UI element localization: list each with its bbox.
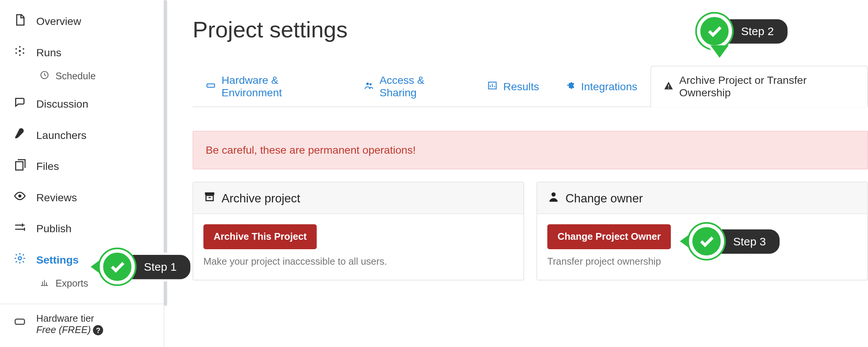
- svg-point-1: [15, 48, 17, 49]
- svg-point-13: [208, 85, 209, 86]
- change-owner-button[interactable]: Change Project Owner: [547, 224, 671, 249]
- archive-desc: Make your project inaccessible to all us…: [204, 256, 514, 267]
- tab-label: Results: [503, 80, 539, 93]
- sidebar-sub-label: Exports: [56, 278, 88, 290]
- archive-project-button[interactable]: Archive This Project: [204, 224, 317, 249]
- sidebar-sub-schedule[interactable]: Schedule: [0, 68, 164, 88]
- tab-label: Hardware & Environment: [222, 74, 338, 99]
- svg-point-5: [19, 46, 20, 48]
- sidebar-item-label: Reviews: [36, 191, 77, 204]
- tab-results[interactable]: Results: [474, 66, 552, 107]
- sidebar-item-label: Launchers: [36, 129, 86, 141]
- svg-point-9: [18, 194, 21, 197]
- card-title: Archive project: [222, 191, 300, 205]
- tab-label: Integrations: [581, 80, 637, 93]
- puzzle-icon: [565, 80, 575, 93]
- sidebar: Overview Runs Schedule Discussion Launch…: [0, 0, 164, 347]
- publish-icon: [11, 221, 28, 236]
- tab-integrations[interactable]: Integrations: [552, 66, 650, 107]
- tabs: Hardware & Environment Access & Sharing …: [193, 65, 868, 107]
- svg-point-6: [19, 54, 20, 56]
- archive-icon: [204, 190, 216, 206]
- svg-rect-12: [207, 83, 215, 87]
- user-icon: [547, 190, 560, 206]
- archive-card: Archive project Archive This Project Mak…: [193, 182, 524, 281]
- sidebar-item-publish[interactable]: Publish: [0, 213, 164, 244]
- sidebar-item-launchers[interactable]: Launchers: [0, 120, 164, 151]
- sidebar-item-overview[interactable]: Overview: [0, 6, 164, 37]
- hardware-tier-block[interactable]: Hardware tier Free (FREE) ?: [0, 310, 164, 336]
- chart-icon: [487, 80, 497, 93]
- svg-rect-11: [15, 319, 25, 324]
- tab-archive[interactable]: Archive Project or Transfer Ownership: [650, 66, 868, 107]
- files-icon: [11, 159, 28, 174]
- svg-rect-21: [209, 197, 211, 198]
- card-title: Change owner: [565, 191, 643, 205]
- sidebar-item-label: Overview: [36, 15, 81, 28]
- svg-rect-8: [16, 162, 23, 170]
- sidebar-item-label: Files: [36, 160, 59, 173]
- sidebar-sub-label: Schedule: [56, 71, 96, 82]
- runs-icon: [11, 45, 28, 60]
- check-icon: [100, 249, 135, 284]
- comments-icon: [11, 96, 28, 112]
- tab-hardware[interactable]: Hardware & Environment: [193, 66, 351, 107]
- callout-step-2: Step 2: [697, 14, 790, 58]
- sidebar-item-label: Discussion: [36, 98, 88, 110]
- document-icon: [11, 14, 28, 29]
- sidebar-item-runs[interactable]: Runs: [0, 37, 164, 68]
- check-icon: [697, 14, 732, 49]
- callout-step-1: Step 1: [91, 249, 193, 284]
- svg-point-22: [551, 193, 556, 197]
- hardware-title: Hardware tier: [36, 313, 103, 325]
- check-icon: [689, 224, 724, 259]
- callout-step-3: Step 3: [680, 224, 782, 259]
- svg-point-2: [23, 48, 24, 49]
- hardware-value: Free (FREE): [36, 325, 91, 336]
- exports-icon: [40, 278, 52, 290]
- tab-label: Access & Sharing: [380, 74, 462, 99]
- svg-point-4: [23, 52, 24, 54]
- svg-point-10: [18, 257, 21, 260]
- sidebar-item-label: Runs: [36, 46, 62, 59]
- svg-rect-17: [668, 85, 669, 87]
- warning-banner: Be careful, these are permanent operatio…: [193, 131, 868, 170]
- sidebar-item-files[interactable]: Files: [0, 151, 164, 182]
- svg-point-0: [19, 50, 21, 52]
- sidebar-item-label: Settings: [36, 253, 79, 266]
- sidebar-item-discussion[interactable]: Discussion: [0, 88, 164, 120]
- drive-icon: [206, 80, 216, 93]
- tab-access[interactable]: Access & Sharing: [351, 66, 474, 107]
- svg-point-14: [366, 82, 369, 85]
- sidebar-divider: [0, 304, 164, 304]
- warning-icon: [663, 80, 673, 93]
- sidebar-item-label: Publish: [36, 222, 71, 235]
- gear-icon: [11, 252, 28, 268]
- tab-label: Archive Project or Transfer Ownership: [679, 74, 855, 99]
- users-icon: [364, 80, 374, 93]
- clock-icon: [40, 70, 52, 83]
- svg-rect-19: [205, 193, 215, 195]
- sidebar-item-reviews[interactable]: Reviews: [0, 182, 164, 213]
- warning-text: Be careful, these are permanent operatio…: [206, 144, 416, 156]
- eye-icon: [11, 190, 28, 205]
- rocket-icon: [11, 128, 28, 143]
- svg-point-3: [15, 52, 17, 54]
- svg-rect-18: [668, 87, 669, 88]
- hardware-icon: [11, 313, 28, 331]
- svg-point-15: [369, 83, 372, 85]
- help-icon[interactable]: ?: [93, 325, 103, 335]
